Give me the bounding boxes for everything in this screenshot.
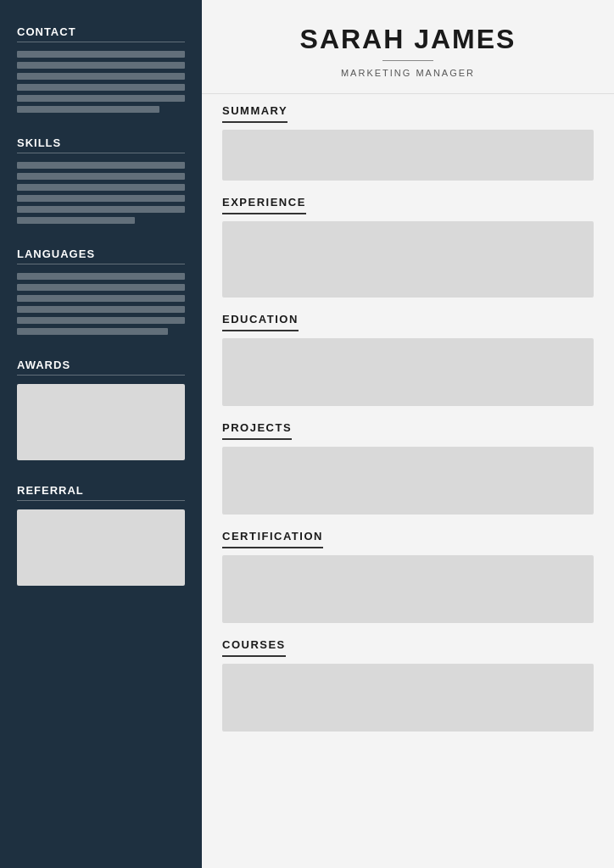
projects-title: PROJECTS bbox=[222, 421, 292, 440]
main-content: SARAH JAMES MARKETING MANAGER SUMMARY EX… bbox=[202, 0, 614, 868]
languages-label: LANGUAGES bbox=[17, 248, 185, 264]
contact-line-6 bbox=[17, 106, 159, 113]
sidebar-awards-section: AWARDS bbox=[17, 359, 185, 460]
languages-line-3 bbox=[17, 295, 185, 302]
referral-content-box bbox=[17, 509, 185, 586]
skills-label: SKILLS bbox=[17, 136, 185, 153]
awards-content-box bbox=[17, 384, 185, 460]
sidebar-languages-section: LANGUAGES bbox=[17, 248, 185, 335]
resume-header: SARAH JAMES MARKETING MANAGER bbox=[202, 0, 614, 94]
referral-label: REFERRAL bbox=[17, 484, 185, 501]
awards-label: AWARDS bbox=[17, 359, 185, 376]
contact-line-5 bbox=[17, 95, 185, 102]
summary-section: SUMMARY bbox=[222, 103, 594, 181]
resume-container: CONTACT SKILLS LANGU bbox=[0, 0, 614, 868]
sections-wrapper: SUMMARY EXPERIENCE EDUCATION PROJECTS CE… bbox=[202, 94, 614, 762]
contact-line-4 bbox=[17, 84, 185, 91]
sidebar-skills-section: SKILLS bbox=[17, 136, 185, 224]
certification-title: CERTIFICATION bbox=[222, 530, 323, 548]
languages-line-4 bbox=[17, 306, 185, 313]
contact-line-2 bbox=[17, 62, 185, 69]
summary-content-box bbox=[222, 130, 594, 181]
sidebar-referral-section: REFERRAL bbox=[17, 484, 185, 586]
header-divider bbox=[382, 60, 433, 61]
contact-lines bbox=[17, 51, 185, 113]
education-content-box bbox=[222, 338, 594, 406]
sidebar: CONTACT SKILLS LANGU bbox=[0, 0, 202, 868]
certification-content-box bbox=[222, 555, 594, 623]
skills-line-2 bbox=[17, 173, 185, 180]
skills-line-6 bbox=[17, 217, 135, 224]
courses-section: COURSES bbox=[222, 637, 594, 732]
languages-line-2 bbox=[17, 284, 185, 291]
candidate-name: SARAH JAMES bbox=[227, 24, 589, 55]
summary-title: SUMMARY bbox=[222, 104, 287, 123]
courses-content-box bbox=[222, 664, 594, 732]
languages-line-1 bbox=[17, 273, 185, 280]
projects-section: PROJECTS bbox=[222, 420, 594, 515]
courses-title: COURSES bbox=[222, 638, 286, 657]
skills-line-4 bbox=[17, 195, 185, 202]
candidate-title: MARKETING MANAGER bbox=[227, 68, 589, 78]
certification-section: CERTIFICATION bbox=[222, 528, 594, 623]
contact-line-1 bbox=[17, 51, 185, 58]
languages-line-6 bbox=[17, 328, 168, 335]
skills-line-1 bbox=[17, 162, 185, 169]
education-section: EDUCATION bbox=[222, 311, 594, 406]
experience-title: EXPERIENCE bbox=[222, 196, 306, 214]
sidebar-contact-section: CONTACT bbox=[17, 25, 185, 113]
education-title: EDUCATION bbox=[222, 313, 299, 331]
experience-content-box bbox=[222, 221, 594, 298]
contact-label: CONTACT bbox=[17, 25, 185, 42]
languages-line-5 bbox=[17, 317, 185, 324]
experience-section: EXPERIENCE bbox=[222, 194, 594, 298]
projects-content-box bbox=[222, 447, 594, 515]
skills-lines bbox=[17, 162, 185, 224]
skills-line-3 bbox=[17, 184, 185, 191]
contact-line-3 bbox=[17, 73, 185, 80]
skills-line-5 bbox=[17, 206, 185, 213]
languages-lines bbox=[17, 273, 185, 335]
